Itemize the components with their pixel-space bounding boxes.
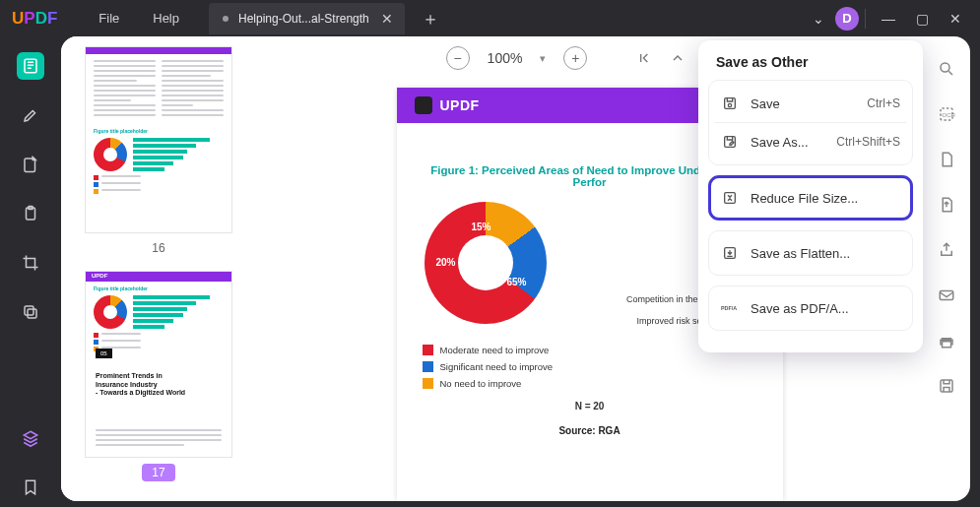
save-disk-icon: [721, 95, 739, 112]
menu-item-save-as[interactable]: Save As... Ctrl+Shift+S: [709, 123, 912, 160]
menu-item-save-pdfa[interactable]: PDF/A Save as PDF/A...: [709, 286, 912, 330]
save-icon[interactable]: [936, 375, 957, 397]
svg-point-13: [728, 103, 731, 106]
export-icon[interactable]: [936, 194, 957, 216]
layers-icon[interactable]: [17, 424, 44, 452]
zoom-in-button[interactable]: +: [563, 46, 587, 70]
mail-icon[interactable]: [936, 285, 957, 306]
svg-rect-10: [943, 342, 951, 348]
annotate-icon[interactable]: [17, 151, 44, 178]
svg-rect-11: [941, 380, 952, 392]
document-tab[interactable]: Helping-Out...al-Strength ✕: [209, 3, 405, 34]
new-tab-button[interactable]: ＋: [419, 7, 442, 31]
chevron-down-icon[interactable]: ⌄: [802, 5, 835, 32]
compress-icon: [721, 189, 739, 207]
prev-page-button[interactable]: [670, 50, 686, 66]
svg-rect-9: [940, 291, 953, 300]
copy-icon[interactable]: [17, 298, 44, 326]
shortcut-text: Ctrl+S: [867, 96, 900, 110]
menu-item-save[interactable]: Save Ctrl+S: [709, 85, 912, 122]
shortcut-text: Ctrl+Shift+S: [836, 135, 900, 149]
thumbnail-label-current: 17: [142, 464, 174, 481]
svg-text:PDF/A: PDF/A: [721, 305, 737, 311]
svg-text:OCR: OCR: [943, 112, 956, 118]
svg-rect-4: [28, 309, 36, 318]
page-icon[interactable]: [936, 149, 957, 170]
menu-item-save-flatten[interactable]: Save as Flatten...: [709, 231, 912, 275]
window-maximize-button[interactable]: ▢: [905, 5, 939, 32]
chart-legend: Moderate need to improve Significant nee…: [423, 345, 554, 389]
print-icon[interactable]: [936, 330, 957, 351]
popover-title: Save as Other: [708, 54, 913, 80]
thumbnail-page-17[interactable]: UPDF Figure title placeholder 05 Promine…: [85, 271, 232, 458]
tab-indicator-icon: [223, 16, 229, 22]
save-as-icon: [721, 133, 739, 151]
thumbnail-page-16[interactable]: Figure title placeholder: [85, 46, 232, 233]
tab-title: Helping-Out...al-Strength: [238, 12, 369, 26]
share-icon[interactable]: [936, 239, 957, 261]
slide-number-badge: 05: [96, 349, 112, 358]
menu-file[interactable]: File: [87, 5, 131, 32]
zoom-out-button[interactable]: −: [446, 46, 470, 70]
window-close-button[interactable]: ✕: [939, 5, 972, 32]
svg-rect-5: [25, 306, 33, 315]
reader-icon[interactable]: [17, 52, 44, 80]
title-bar: UPDF File Help Helping-Out...al-Strength…: [0, 0, 980, 36]
tab-close-icon[interactable]: ✕: [379, 11, 395, 27]
menu-item-reduce-file-size[interactable]: Reduce File Size...: [709, 176, 912, 220]
avatar[interactable]: D: [835, 7, 859, 31]
sample-size: N = 20: [397, 401, 783, 412]
donut-chart: 15% 20% 65%: [425, 202, 547, 324]
thumbnail-panel: Figure title placeholder 16 UPDF Figure …: [61, 36, 256, 501]
zoom-value: 100%: [488, 50, 523, 66]
pdfa-icon: PDF/A: [721, 299, 739, 317]
app-logo: UPDF: [12, 9, 57, 29]
thumbnail-label: 16: [142, 239, 174, 257]
svg-point-6: [941, 63, 949, 72]
bookmark-icon[interactable]: [17, 474, 44, 501]
brand-text: UPDF: [440, 97, 480, 113]
source-text: Source: RGA: [397, 425, 783, 436]
mini-donut-icon: [94, 295, 127, 329]
clipboard-icon[interactable]: [17, 200, 44, 227]
crop-icon[interactable]: [17, 249, 44, 277]
right-tool-rail: OCR: [923, 36, 970, 501]
left-tool-rail: [0, 36, 61, 501]
search-icon[interactable]: [936, 58, 957, 80]
brand-mark-icon: [415, 96, 432, 114]
window-minimize-button[interactable]: —: [872, 5, 905, 32]
zoom-dropdown-icon[interactable]: ▾: [540, 52, 546, 65]
save-as-other-menu: Save as Other Save Ctrl+S Save As... Ctr…: [698, 40, 923, 352]
highlighter-icon[interactable]: [17, 101, 44, 129]
slide-heading: Prominent Trends in Insurance Industry -…: [96, 372, 222, 398]
flatten-icon: [721, 244, 739, 262]
first-page-button[interactable]: [636, 50, 652, 66]
menu-help[interactable]: Help: [141, 5, 191, 32]
ocr-icon[interactable]: OCR: [936, 103, 957, 125]
mini-donut-icon: [94, 138, 127, 171]
